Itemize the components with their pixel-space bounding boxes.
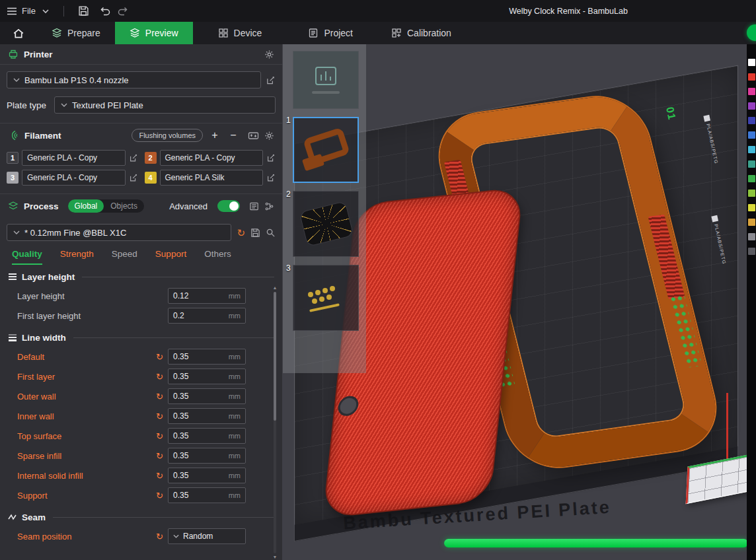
color-swatch[interactable] bbox=[748, 219, 755, 226]
advanced-toggle[interactable] bbox=[217, 200, 240, 212]
line-width-inner-wall-input[interactable]: 0.35 mm bbox=[168, 408, 246, 424]
filament-1-name[interactable]: Generic PLA - Copy bbox=[22, 150, 126, 166]
sidebar-scrollbar[interactable]: ▲ ▼ bbox=[272, 285, 278, 560]
printer-settings-gear-icon[interactable] bbox=[264, 50, 274, 59]
tab-others[interactable]: Others bbox=[204, 249, 231, 265]
revert-icon[interactable]: ↻ bbox=[156, 471, 168, 481]
save-icon[interactable] bbox=[78, 5, 89, 17]
param-value: 0.35 bbox=[173, 431, 188, 440]
filament-3-color-badge[interactable]: 3 bbox=[7, 172, 19, 184]
revert-icon[interactable]: ↻ bbox=[156, 352, 168, 362]
line-width-internal-solid-input[interactable]: 0.35 mm bbox=[168, 468, 246, 483]
plate-item-2[interactable]: 2 bbox=[290, 191, 359, 257]
filament-2-color-badge[interactable]: 2 bbox=[145, 152, 157, 164]
ams-sync-icon[interactable] bbox=[248, 131, 259, 141]
tab-speed[interactable]: Speed bbox=[112, 249, 137, 265]
printer-preset-select[interactable]: Bambu Lab P1S 0.4 nozzle bbox=[7, 71, 261, 88]
process-preset-select[interactable]: * 0.12mm Fine @BBL X1C bbox=[7, 224, 231, 241]
edit-printer-icon[interactable] bbox=[266, 75, 276, 85]
color-swatch[interactable] bbox=[748, 175, 755, 182]
color-swatch[interactable] bbox=[748, 233, 755, 240]
flushing-volumes-button[interactable]: Flushing volumes bbox=[132, 129, 203, 142]
filament-4-name[interactable]: Generic PLA Silk bbox=[160, 170, 264, 186]
color-swatch[interactable] bbox=[748, 131, 755, 139]
scroll-up-arrow[interactable]: ▲ bbox=[272, 285, 278, 291]
tab-device[interactable]: Device bbox=[204, 22, 277, 44]
revert-icon[interactable]: ↻ bbox=[156, 431, 168, 441]
parameter-tree-icon[interactable] bbox=[264, 201, 274, 211]
file-menu-button[interactable]: File bbox=[7, 6, 36, 16]
layer-height-input[interactable]: 0.12 mm bbox=[168, 288, 246, 304]
filament-settings-gear-icon[interactable] bbox=[264, 131, 274, 141]
param-unit: mm bbox=[229, 392, 241, 400]
save-preset-icon[interactable] bbox=[250, 228, 260, 238]
chevron-down-icon[interactable] bbox=[42, 9, 50, 14]
tab-quality[interactable]: Quality bbox=[12, 249, 42, 265]
tab-calibration[interactable]: Calibration bbox=[377, 22, 466, 44]
color-swatch[interactable] bbox=[748, 248, 755, 255]
add-filament-button[interactable]: + bbox=[208, 129, 221, 142]
color-swatch[interactable] bbox=[748, 160, 755, 168]
plate-item-3[interactable]: 3 bbox=[290, 265, 359, 331]
revert-icon[interactable]: ↻ bbox=[156, 532, 168, 542]
filament-4-color-badge[interactable]: 4 bbox=[145, 172, 157, 184]
scope-objects-button[interactable]: Objects bbox=[104, 199, 144, 213]
revert-icon[interactable]: ↻ bbox=[156, 392, 168, 402]
first-layer-height-input[interactable]: 0.2 mm bbox=[168, 308, 246, 324]
filament-3-name[interactable]: Generic PLA - Copy bbox=[22, 170, 126, 186]
remove-filament-button[interactable]: − bbox=[227, 129, 240, 142]
color-swatch[interactable] bbox=[748, 190, 755, 197]
revert-icon[interactable]: ↻ bbox=[156, 451, 168, 461]
param-row-outer-wall: Outer wall ↻ 0.35 mm bbox=[0, 386, 282, 406]
line-width-sparse-infill-input[interactable]: 0.35 mm bbox=[168, 448, 246, 464]
tab-support[interactable]: Support bbox=[155, 249, 186, 265]
edit-filament-4-icon[interactable] bbox=[266, 173, 276, 182]
tab-strength[interactable]: Strength bbox=[60, 249, 94, 265]
param-row-top-surface: Top surface ↻ 0.35 mm bbox=[0, 426, 282, 446]
line-width-outer-wall-input[interactable]: 0.35 mm bbox=[168, 388, 246, 404]
home-button[interactable] bbox=[0, 22, 37, 44]
revert-icon[interactable]: ↻ bbox=[156, 491, 168, 501]
line-width-default-input[interactable]: 0.35 mm bbox=[168, 349, 246, 365]
plate-item-1[interactable]: 1 bbox=[290, 117, 359, 183]
preview-layer-slider[interactable] bbox=[444, 539, 748, 547]
chevron-down-icon bbox=[61, 103, 67, 107]
objects-list-icon[interactable] bbox=[249, 201, 259, 211]
search-icon[interactable] bbox=[266, 228, 276, 238]
slice-button[interactable] bbox=[747, 24, 756, 41]
param-value: 0.35 bbox=[173, 451, 188, 460]
color-swatch[interactable] bbox=[748, 146, 755, 153]
filament-2-name[interactable]: Generic PLA - Copy bbox=[160, 150, 264, 166]
color-swatch[interactable] bbox=[748, 102, 755, 110]
plate-stats-item[interactable] bbox=[290, 51, 359, 109]
color-swatch[interactable] bbox=[748, 88, 755, 95]
edit-filament-2-icon[interactable] bbox=[266, 153, 276, 162]
scroll-down-arrow[interactable]: ▼ bbox=[272, 555, 278, 560]
scrollbar-thumb[interactable] bbox=[274, 292, 276, 421]
seam-position-select[interactable]: Random bbox=[168, 528, 246, 544]
tab-preview[interactable]: Preview bbox=[115, 22, 193, 44]
color-swatch[interactable] bbox=[748, 117, 755, 124]
tab-prepare[interactable]: Prepare bbox=[37, 22, 115, 44]
undo-icon[interactable] bbox=[99, 6, 111, 16]
scrollbar-track[interactable] bbox=[274, 292, 276, 553]
section-rule bbox=[73, 337, 274, 338]
edit-filament-3-icon[interactable] bbox=[129, 173, 138, 182]
reset-preset-icon[interactable]: ↻ bbox=[237, 228, 245, 238]
scope-global-button[interactable]: Global bbox=[68, 199, 104, 213]
line-width-top-surface-input[interactable]: 0.35 mm bbox=[168, 428, 246, 444]
color-swatch[interactable] bbox=[748, 59, 755, 66]
line-width-support-input[interactable]: 0.35 mm bbox=[168, 487, 246, 503]
filament-1-color-badge[interactable]: 1 bbox=[7, 152, 19, 164]
redo-icon[interactable] bbox=[117, 6, 129, 16]
color-swatch[interactable] bbox=[748, 73, 755, 81]
revert-icon[interactable]: ↻ bbox=[156, 411, 168, 421]
param-row-first-layer-height: First layer height 0.2 mm bbox=[0, 306, 282, 326]
color-swatch[interactable] bbox=[748, 204, 755, 211]
tab-project[interactable]: Project bbox=[293, 22, 367, 44]
plate-type-select[interactable]: Textured PEI Plate bbox=[54, 96, 276, 114]
param-label: Top surface bbox=[17, 431, 156, 441]
edit-filament-1-icon[interactable] bbox=[129, 153, 138, 162]
line-width-first-layer-input[interactable]: 0.35 mm bbox=[168, 368, 246, 384]
revert-icon[interactable]: ↻ bbox=[156, 372, 168, 382]
